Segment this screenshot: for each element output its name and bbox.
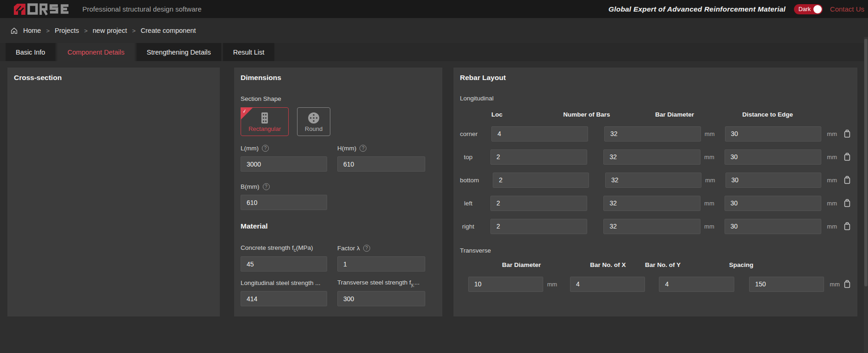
help-icon[interactable] xyxy=(262,145,269,152)
trash-icon xyxy=(843,222,851,230)
field-concrete-strength: Concrete strength fc(MPa) xyxy=(241,244,327,272)
transverse-diameter-input[interactable] xyxy=(468,277,543,292)
rebar-layout-title: Rebar Layout xyxy=(460,74,851,82)
field-B: B(mm) xyxy=(241,183,327,210)
unit-label: mm xyxy=(827,223,837,230)
bars-input[interactable] xyxy=(490,149,588,165)
field-H-input[interactable] xyxy=(337,156,425,172)
horse-logo-icon xyxy=(14,3,70,15)
delete-row-button[interactable] xyxy=(843,279,851,289)
main-content: Cross-section Dimensions Section Shape R… xyxy=(0,61,868,316)
bars-input[interactable] xyxy=(490,196,588,211)
unit-label: mm xyxy=(704,200,714,207)
delete-row-button[interactable] xyxy=(843,152,851,162)
delete-row-button[interactable] xyxy=(843,129,851,139)
unit-label: mm xyxy=(827,130,837,137)
bar-no-x-input[interactable] xyxy=(570,277,645,292)
shape-selector: Rectangular Round xyxy=(241,107,436,136)
longitudinal-table-header: Loc Number of Bars Bar Diameter Distance… xyxy=(460,106,851,122)
field-longitudinal-steel: Longitudinal steel strength ... xyxy=(241,279,327,306)
transverse-steel-input[interactable] xyxy=(337,291,425,306)
field-B-input[interactable] xyxy=(241,195,327,210)
field-B-label: B(mm) xyxy=(241,183,260,190)
factor-lambda-input[interactable] xyxy=(337,256,425,272)
material-title: Material xyxy=(241,222,436,230)
shape-option-rectangular[interactable]: Rectangular xyxy=(241,107,289,136)
app-window: Professional structural design software … xyxy=(0,0,868,353)
dimensions-title: Dimensions xyxy=(241,74,436,82)
unit-label: mm xyxy=(704,223,714,230)
factor-lambda-label: Factor λ xyxy=(337,245,360,252)
transverse-section-label: Transverse xyxy=(460,247,851,254)
delete-row-button[interactable] xyxy=(843,198,851,208)
diameter-input[interactable] xyxy=(603,219,701,234)
scrollbar-thumb[interactable] xyxy=(864,39,868,286)
vertical-scrollbar[interactable] xyxy=(864,37,868,353)
tab-strengthening-details[interactable]: Strengthening Details xyxy=(136,43,221,61)
field-L-label: L(mm) xyxy=(241,145,259,152)
concrete-strength-input[interactable] xyxy=(241,256,327,272)
breadcrumb-item-current[interactable]: Create component xyxy=(141,27,196,34)
field-factor-lambda: Factor λ xyxy=(337,244,425,272)
bar-no-y-input[interactable] xyxy=(659,277,734,292)
diameter-input[interactable] xyxy=(603,149,701,165)
diameter-input[interactable] xyxy=(603,196,701,211)
transverse-table-header: Bar Diameter Bar No. of X Bar No. of Y S… xyxy=(460,257,851,272)
spacing-input[interactable] xyxy=(749,277,824,292)
distance-input[interactable] xyxy=(725,149,822,165)
distance-input[interactable] xyxy=(725,173,822,188)
field-H-label: H(mm) xyxy=(337,145,356,152)
row-loc-label: corner xyxy=(460,130,477,137)
diameter-input[interactable] xyxy=(605,173,701,188)
trash-icon xyxy=(843,130,851,138)
col-bar-diameter: Bar Diameter xyxy=(468,261,575,268)
contact-us-link[interactable]: Contact Us xyxy=(830,5,864,13)
delete-row-button[interactable] xyxy=(843,221,851,231)
bars-input[interactable] xyxy=(490,219,588,234)
delete-row-button[interactable] xyxy=(843,175,851,185)
bars-input[interactable] xyxy=(493,173,589,188)
distance-input[interactable] xyxy=(725,196,822,211)
unit-label: mm xyxy=(827,177,837,184)
app-tagline: Professional structural design software xyxy=(82,5,202,13)
row-loc-label: top xyxy=(460,154,477,161)
theme-toggle[interactable]: Dark xyxy=(794,4,823,14)
trash-icon xyxy=(843,153,851,161)
transverse-row: mm mm xyxy=(460,272,851,296)
rebar-layout-panel: Rebar Layout Longitudinal Loc Number of … xyxy=(453,68,857,316)
row-loc-label: right xyxy=(460,223,477,230)
breadcrumb-item-project-name[interactable]: new project xyxy=(93,27,127,34)
breadcrumb-separator: > xyxy=(46,27,50,34)
row-loc-label: bottom xyxy=(460,177,479,184)
transverse-steel-label: Transverse steel strength fy,... xyxy=(337,279,420,287)
help-icon[interactable] xyxy=(263,183,270,190)
concrete-strength-label: Concrete strength fc(MPa) xyxy=(241,244,313,253)
distance-input[interactable] xyxy=(725,219,822,234)
tab-component-details[interactable]: Component Details xyxy=(57,43,135,61)
brand-slogan: Global Expert of Advanced Reinforcement … xyxy=(608,5,786,13)
shape-option-round[interactable]: Round xyxy=(297,107,330,136)
col-bar-no-y: Bar No. of Y xyxy=(642,261,683,268)
longitudinal-steel-input[interactable] xyxy=(241,291,327,306)
field-L-input[interactable] xyxy=(241,156,327,172)
tab-result-list[interactable]: Result List xyxy=(223,43,275,61)
help-icon[interactable] xyxy=(360,145,366,152)
col-loc: Loc xyxy=(460,111,534,118)
unit-label: mm xyxy=(705,177,715,184)
breadcrumb-item-home[interactable]: Home xyxy=(23,27,41,34)
bars-input[interactable] xyxy=(491,126,588,142)
col-spacing: Spacing xyxy=(698,261,784,268)
round-section-icon xyxy=(307,111,320,124)
tab-basic-info[interactable]: Basic Info xyxy=(6,43,56,61)
table-row-left: left mm mm xyxy=(460,192,851,215)
distance-input[interactable] xyxy=(725,126,822,142)
breadcrumb-separator: > xyxy=(132,27,136,34)
table-row-corner: corner mm mm xyxy=(460,122,851,145)
unit-label: mm xyxy=(705,130,715,137)
home-icon xyxy=(10,27,18,35)
breadcrumb-item-projects[interactable]: Projects xyxy=(55,27,79,34)
table-row-top: top mm mm xyxy=(460,145,851,168)
help-icon[interactable] xyxy=(363,245,370,252)
longitudinal-section-label: Longitudinal xyxy=(460,95,851,102)
diameter-input[interactable] xyxy=(604,126,701,142)
